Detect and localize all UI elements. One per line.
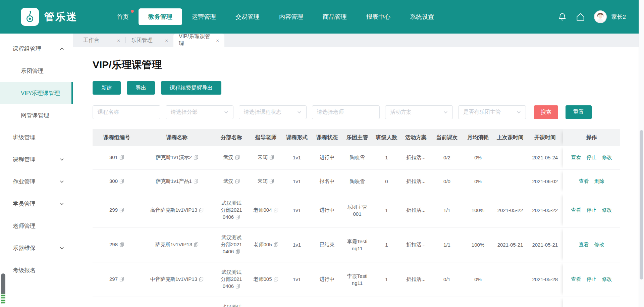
copy-icon[interactable]	[199, 208, 204, 213]
chevron-down-icon	[60, 157, 64, 162]
action-link[interactable]: 删除	[594, 178, 604, 184]
cell-text: 2021-06-02	[532, 178, 558, 184]
action-link[interactable]: 查看	[579, 178, 589, 184]
sidebar-item[interactable]: 课程管理	[0, 148, 73, 170]
sidebar-item[interactable]: 考级报名	[0, 259, 73, 281]
toolbar-button[interactable]: 新建	[93, 81, 121, 95]
nav-item[interactable]: 运营管理	[182, 8, 226, 25]
action-link[interactable]: 查看	[571, 207, 581, 213]
copy-icon[interactable]	[274, 242, 278, 248]
cell-monthly-usage: 100%	[463, 227, 493, 262]
toolbar-button[interactable]: 课程续费提醒导出	[161, 81, 221, 95]
left-scrollbar[interactable]	[1, 273, 5, 304]
cell-text: 1	[385, 155, 388, 160]
filter-select[interactable]: 是否有乐团主管	[458, 105, 526, 119]
tab-label: 工作台	[83, 37, 99, 44]
filter-select[interactable]: 请选择课程状态	[239, 105, 307, 119]
chevron-up-icon	[60, 47, 64, 51]
copy-icon[interactable]	[194, 242, 199, 248]
user-avatar[interactable]	[594, 10, 607, 23]
action-link[interactable]: 修改	[602, 154, 612, 160]
copy-icon[interactable]	[235, 249, 240, 255]
filter-input[interactable]: 请选择老师	[312, 105, 380, 119]
copy-icon[interactable]	[194, 179, 198, 185]
column-header: 课程状态	[312, 129, 342, 146]
home-icon[interactable]	[576, 12, 585, 21]
copy-icon[interactable]	[269, 155, 274, 161]
nav-item[interactable]: 首页	[107, 8, 139, 25]
nav-item-label: 系统设置	[410, 13, 434, 20]
nav-item[interactable]: 交易管理	[226, 8, 269, 25]
action-link[interactable]: 停止	[587, 276, 597, 282]
action-link[interactable]: 停止	[587, 207, 597, 213]
copy-icon[interactable]	[235, 155, 240, 161]
sidebar-item-label: VIP/乐理课管理	[21, 89, 60, 97]
action-link[interactable]: 修改	[602, 207, 612, 213]
sidebar-item[interactable]: VIP/乐理课管理	[0, 82, 73, 104]
copy-icon[interactable]	[199, 277, 204, 283]
nav-item[interactable]: 商品管理	[313, 8, 357, 25]
cell-start-time: 2021-06-02	[527, 169, 563, 193]
copy-icon[interactable]	[274, 277, 278, 283]
copy-icon[interactable]	[119, 208, 124, 213]
reset-button[interactable]: 重置	[566, 105, 592, 119]
cell-monthly-usage: 0%	[463, 146, 493, 169]
cell-course-form: 1v1	[282, 169, 312, 193]
action-link[interactable]: 查看	[571, 276, 581, 282]
sidebar-item[interactable]: 乐团管理	[0, 60, 73, 82]
sidebar-item[interactable]: 课程组管理	[0, 38, 73, 60]
tab[interactable]: 乐团管理×	[126, 34, 173, 47]
sidebar-item[interactable]: 班级管理	[0, 126, 73, 148]
search-button[interactable]: 搜索	[534, 105, 558, 119]
copy-icon[interactable]	[274, 208, 278, 213]
sidebar-item[interactable]: 乐器维保	[0, 237, 73, 259]
copy-icon[interactable]	[119, 277, 124, 283]
sidebar-item[interactable]: 网管课管理	[0, 104, 73, 126]
copy-icon[interactable]	[235, 284, 240, 290]
main-content: VIP/乐理课管理 新建导出课程续费提醒导出 课程名称请选择分部请选择课程状态请…	[73, 47, 644, 307]
scrollbar-thumb[interactable]	[640, 130, 643, 279]
cell-current-lesson: 0/1	[431, 262, 463, 297]
copy-icon[interactable]	[235, 215, 240, 220]
username[interactable]: 家长2	[611, 13, 626, 21]
action-link[interactable]: 查看	[571, 154, 581, 160]
brand-logo[interactable]: 管乐迷	[21, 8, 77, 26]
bell-icon[interactable]	[558, 12, 567, 21]
sidebar-item[interactable]: 学员管理	[0, 193, 73, 215]
copy-icon[interactable]	[119, 242, 124, 248]
close-icon[interactable]: ×	[216, 38, 219, 43]
action-link[interactable]: 修改	[594, 242, 604, 247]
nav-item[interactable]: 报表中心	[357, 8, 400, 25]
cell-course-status: 已结束	[312, 227, 342, 262]
action-link[interactable]: 停止	[587, 154, 597, 160]
vertical-scrollbar[interactable]	[639, 0, 644, 307]
filter-input[interactable]: 课程名称	[93, 105, 160, 119]
column-header: 指导老师	[250, 129, 282, 146]
copy-icon[interactable]	[194, 155, 198, 161]
cell-course-group-id: 299	[93, 193, 141, 227]
tab[interactable]: VIP/乐理课管理×	[173, 34, 224, 47]
nav-item[interactable]: 系统设置	[400, 8, 444, 25]
cell-current-lesson	[431, 297, 463, 307]
tab[interactable]: 工作台×	[78, 34, 125, 47]
cell-monthly-usage: 0%	[463, 262, 493, 297]
cell-text: 0/2	[443, 155, 450, 160]
copy-icon[interactable]	[119, 179, 124, 185]
filter-select[interactable]: 请选择分部	[166, 105, 233, 119]
sidebar-item[interactable]: 老师管理	[0, 215, 73, 237]
action-link[interactable]: 查看	[579, 242, 589, 247]
cell-text: 武汉测试分部20210406	[220, 199, 243, 221]
filter-select[interactable]: 活动方案	[385, 105, 453, 119]
copy-icon[interactable]	[269, 179, 274, 185]
close-icon[interactable]: ×	[165, 38, 168, 43]
sidebar-item[interactable]: 作业管理	[0, 170, 73, 193]
nav-item[interactable]: 内容管理	[269, 8, 313, 25]
close-icon[interactable]: ×	[117, 38, 120, 43]
copy-icon[interactable]	[119, 155, 124, 161]
nav-item[interactable]: 教务管理	[139, 8, 182, 25]
action-link[interactable]: 修改	[602, 276, 612, 282]
cell-text: 萨克斯1v1VIP13	[155, 242, 192, 247]
sidebar-item-label: 课程组管理	[13, 45, 41, 53]
copy-icon[interactable]	[235, 179, 240, 185]
toolbar-button[interactable]: 导出	[127, 81, 155, 95]
